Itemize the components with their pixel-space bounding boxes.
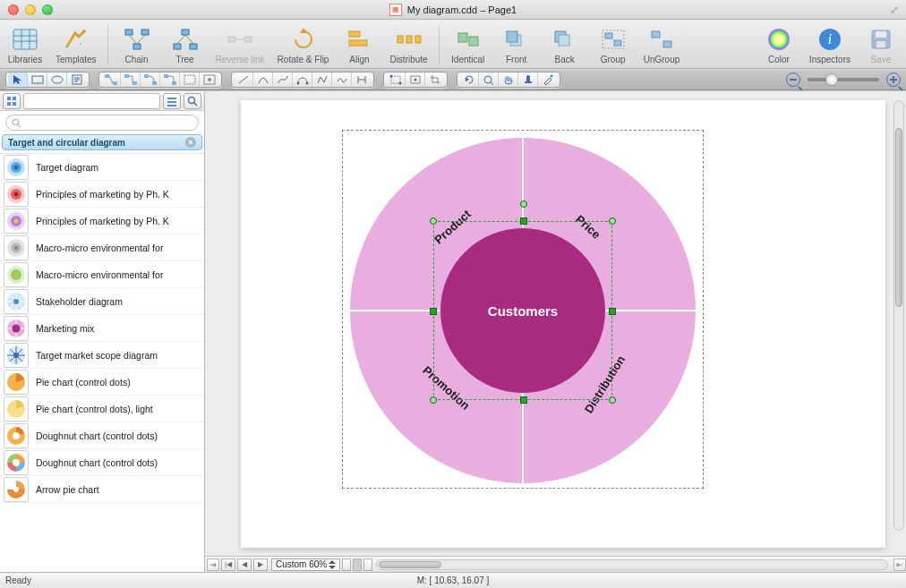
zoom-slider-thumb[interactable] [825,73,838,86]
library-filter-input[interactable] [23,93,160,109]
rotation-handle[interactable] [520,200,527,208]
svg-rect-22 [458,33,467,42]
text-tool[interactable] [67,72,87,87]
library-item-thumb [4,450,29,475]
close-library-icon[interactable]: × [185,137,196,148]
front-button[interactable]: Front [499,26,534,64]
edit-points-tool[interactable] [386,72,406,87]
library-item[interactable]: Target diagram [0,154,204,181]
zoom-combo[interactable]: Custom 60% [271,558,340,571]
rectangle-tool[interactable] [28,72,47,87]
connector-round-tool[interactable] [160,72,180,87]
freehand-tool[interactable] [332,72,352,87]
prev-page-button[interactable]: ◀ [237,558,252,571]
distribute-button[interactable]: Distribute [389,26,427,64]
inspectors-button[interactable]: i Inspectors [809,26,850,64]
selection-handle[interactable] [609,308,616,315]
spline-tool[interactable] [273,72,293,87]
selection-handle[interactable] [430,217,437,225]
connector-direct-tool[interactable] [101,72,121,87]
ungroup-button[interactable]: UnGroup [644,26,680,64]
minimize-window-button[interactable] [25,4,36,15]
vertical-scroll-thumb[interactable] [895,128,902,307]
chain-button[interactable]: Chain [119,26,155,64]
library-item[interactable]: Principles of marketing by Ph. K [0,208,204,234]
hand-tool[interactable] [499,72,518,87]
library-item[interactable]: Target market scope diagram [0,342,204,369]
ellipse-tool[interactable] [47,72,67,87]
library-item-label: Target market scope diagram [36,350,158,361]
library-thumb-view-button[interactable] [3,93,21,109]
reverse-link-button[interactable]: Reverse link [216,26,265,64]
page-tab-3[interactable] [363,558,372,571]
page[interactable]: Product Price Distribution Promotion Cus… [241,100,885,548]
selection-handle[interactable] [609,396,616,404]
first-page-button[interactable]: |◀ [221,558,235,571]
selection-handle[interactable] [520,396,527,404]
identical-button[interactable]: Identical [450,26,486,64]
horizontal-scrollbar[interactable] [376,559,888,570]
save-button[interactable]: Save [863,26,899,64]
page-tab-1[interactable] [342,558,351,571]
group-button[interactable]: Group [595,26,631,64]
color-button[interactable]: Color [761,26,797,64]
zoom-in-icon[interactable] [886,72,901,87]
rotate-flip-button[interactable]: Rotate & Flip [278,26,329,64]
library-item[interactable]: Principles of marketing by Ph. K [0,181,204,208]
library-item[interactable]: Doughnut chart (control dots) [0,449,204,476]
selection-handle[interactable] [609,217,616,225]
connector-smart-tool[interactable] [121,72,141,87]
page-tab-2[interactable] [353,558,362,571]
library-section-header[interactable]: Target and circular diagram × [2,134,202,150]
library-item[interactable]: Pie chart (control dots) [0,369,204,396]
templates-button[interactable]: Templates [56,26,97,64]
stamp-tool[interactable] [518,72,538,87]
fullscreen-icon[interactable]: ⤢ [890,4,899,16]
selection-handle[interactable] [430,396,437,404]
connector-arc-tool[interactable] [200,72,219,87]
selection-handle[interactable] [520,217,527,225]
eyedropper-tool[interactable] [538,72,558,87]
tree-button[interactable]: Tree [167,26,203,64]
library-list-view-button[interactable] [163,93,181,109]
svg-rect-31 [652,31,660,38]
arc-tool[interactable] [253,72,273,87]
library-item[interactable]: Macro-micro environmental for [0,234,204,261]
library-search-button[interactable] [184,93,201,109]
pointer-tool[interactable] [8,72,28,87]
library-item[interactable]: Marketing mix [0,315,204,342]
marketing-mix-diagram[interactable]: Product Price Distribution Promotion Cus… [350,138,696,483]
polyline-tool[interactable] [312,72,332,87]
connector-step-tool[interactable] [180,72,200,87]
zoom-out-icon[interactable] [786,72,800,87]
right-panel-toggle[interactable]: ⇤ [893,558,906,571]
zoom-slider-track[interactable] [808,78,879,81]
dimension-tool[interactable] [352,72,372,87]
next-page-button[interactable]: ▶ [253,558,268,571]
vertical-scrollbar[interactable] [893,100,904,531]
library-search-field[interactable] [5,115,199,131]
zoom-window-button[interactable] [42,4,53,15]
svg-rect-19 [397,36,403,43]
canvas-viewport[interactable]: Product Price Distribution Promotion Cus… [205,91,906,556]
close-window-button[interactable] [8,4,19,15]
horizontal-scroll-thumb[interactable] [379,561,441,568]
svg-line-71 [491,82,493,85]
refresh-view-tool[interactable] [459,72,479,87]
panel-toggle-button[interactable]: ⇥ [207,558,219,571]
back-button[interactable]: Back [547,26,583,64]
zoom-tool[interactable] [479,72,499,87]
align-button[interactable]: Align [341,26,377,64]
library-item[interactable]: Arrow pie chart [0,476,204,503]
line-tool[interactable] [234,72,253,87]
bezier-tool[interactable] [293,72,312,87]
crop-tool[interactable] [425,72,445,87]
library-item[interactable]: Pie chart (control dots), light [0,396,204,422]
library-item[interactable]: Macro-micro environmental for [0,261,204,288]
library-item[interactable]: Doughnut chart (control dots) [0,422,204,449]
libraries-button[interactable]: Libraries [7,26,43,64]
library-item[interactable]: Stakeholder diagram [0,288,204,315]
selection-handle[interactable] [430,308,437,315]
edit-segments-tool[interactable] [406,72,425,87]
connector-curved-tool[interactable] [141,72,160,87]
